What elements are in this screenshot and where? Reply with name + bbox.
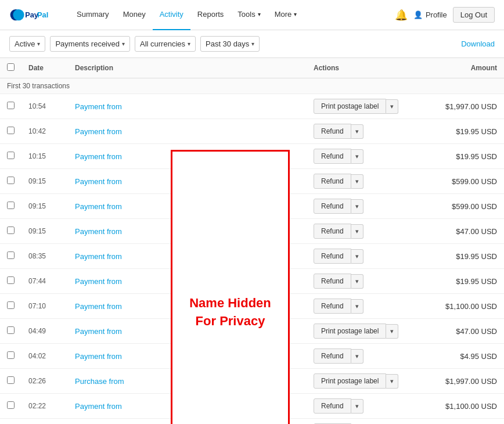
table-header-row: Date Description Actions Amount xyxy=(0,58,504,78)
row-checkbox[interactable] xyxy=(7,376,15,384)
refund-button[interactable]: Refund xyxy=(314,299,351,314)
action-dropdown-button[interactable]: ▾ xyxy=(351,124,363,139)
description-cell: Payment from xyxy=(68,394,307,419)
status-filter[interactable]: Active ▾ xyxy=(9,36,45,52)
action-dropdown-button[interactable]: ▾ xyxy=(351,249,363,264)
description-link[interactable]: Payment from xyxy=(75,302,122,311)
description-link[interactable]: Payment from xyxy=(75,102,122,111)
header: Pay Pal Summary Money Activity Reports T… xyxy=(0,0,504,30)
row-checkbox[interactable] xyxy=(7,351,15,359)
actions-col-header: Actions xyxy=(307,58,423,78)
date-cell: 10:54 xyxy=(21,94,68,119)
table-row: 09:15Payment fromRefund▾$47.00 USD xyxy=(0,219,504,244)
action-dropdown-button[interactable]: ▾ xyxy=(351,399,363,414)
date-cell: 02:26 xyxy=(21,369,68,394)
description-link[interactable]: Payment from xyxy=(75,327,122,336)
table-row: 02:26Purchase fromPrint postage label▾$1… xyxy=(0,369,504,394)
row-checkbox[interactable] xyxy=(7,152,15,159)
row-checkbox[interactable] xyxy=(7,227,15,234)
nav-activity[interactable]: Activity xyxy=(153,0,190,30)
date-cell: 09:15 xyxy=(21,169,68,194)
action-dropdown-button[interactable]: ▾ xyxy=(351,224,363,239)
amount-cell: $1,997.00 USD xyxy=(423,94,504,119)
date-cell: 07:44 xyxy=(21,269,68,294)
action-dropdown-button[interactable]: ▾ xyxy=(351,299,363,314)
amount-cell: $1,100.00 USD xyxy=(423,294,504,319)
action-dropdown-button[interactable]: ▾ xyxy=(351,149,363,164)
amount-cell: $599.00 USD xyxy=(423,194,504,219)
description-link[interactable]: Payment from xyxy=(75,152,122,161)
notification-icon[interactable]: 🔔 xyxy=(395,9,408,21)
action-dropdown-button[interactable]: ▾ xyxy=(351,349,363,364)
nav-more[interactable]: More▾ xyxy=(268,0,304,30)
currency-filter[interactable]: All currencies ▾ xyxy=(135,36,196,52)
action-dropdown-button[interactable]: ▾ xyxy=(351,199,363,214)
action-dropdown-button[interactable]: ▾ xyxy=(351,274,363,289)
action-dropdown-button[interactable]: ▾ xyxy=(386,374,398,389)
description-link[interactable]: Payment from xyxy=(75,202,122,211)
description-link[interactable]: Payment from xyxy=(75,252,122,261)
description-link[interactable]: Payment from xyxy=(75,227,122,236)
nav-tools[interactable]: Tools▾ xyxy=(231,0,267,30)
print-postage-button[interactable]: Print postage label xyxy=(314,324,386,339)
description-cell: Payment from xyxy=(68,219,307,244)
refund-button[interactable]: Refund xyxy=(314,149,351,164)
svg-text:Pal: Pal xyxy=(37,10,48,19)
period-filter[interactable]: Past 30 days ▾ xyxy=(200,36,260,52)
nav-money[interactable]: Money xyxy=(116,0,153,30)
refund-button[interactable]: Refund xyxy=(314,348,351,364)
refund-button[interactable]: Refund xyxy=(314,199,351,214)
amount-cell: $19.95 USD xyxy=(423,119,504,144)
profile-button[interactable]: 👤 Profile xyxy=(413,10,447,19)
refund-button[interactable]: Refund xyxy=(314,174,351,189)
table-row: 10:42Payment fromRefund▾$19.95 USD xyxy=(0,119,504,144)
description-link[interactable]: Payment from xyxy=(75,402,122,411)
amount-cell: $19.95 USD xyxy=(423,244,504,269)
refund-button[interactable]: Refund xyxy=(314,124,351,139)
date-cell: 02:22 xyxy=(21,394,68,419)
row-checkbox[interactable] xyxy=(7,202,15,209)
currency-chevron-icon: ▾ xyxy=(188,41,190,47)
date-cell: 08:35 xyxy=(21,244,68,269)
description-link[interactable]: Payment from xyxy=(75,127,122,136)
amount-cell: $4.95 USD xyxy=(423,344,504,369)
row-checkbox[interactable] xyxy=(7,127,15,134)
row-checkbox[interactable] xyxy=(7,251,15,259)
row-checkbox[interactable] xyxy=(7,276,15,284)
amount-cell: $19.95 USD xyxy=(423,269,504,294)
table-row: 09:15Payment fromRefund▾$599.00 USD xyxy=(0,169,504,194)
action-dropdown-button[interactable]: ▾ xyxy=(386,99,398,114)
refund-button[interactable]: Refund xyxy=(314,224,351,239)
refund-button[interactable]: Refund xyxy=(314,398,351,414)
logo: Pay Pal xyxy=(9,7,56,23)
nav-reports[interactable]: Reports xyxy=(190,0,231,30)
row-checkbox[interactable] xyxy=(7,102,15,109)
action-cell: Refund▾ xyxy=(307,419,423,425)
action-dropdown-button[interactable]: ▾ xyxy=(351,174,363,189)
description-link[interactable]: Payment from xyxy=(75,352,122,361)
description-cell: Payment from xyxy=(68,419,307,425)
nav-summary[interactable]: Summary xyxy=(70,0,116,30)
first-row-label: First 30 transactions xyxy=(0,78,504,94)
date-cell: 09:15 xyxy=(21,219,68,244)
print-postage-button[interactable]: Print postage label xyxy=(314,99,386,114)
description-link[interactable]: Purchase from xyxy=(75,377,124,386)
logout-button[interactable]: Log Out xyxy=(453,7,495,23)
refund-button[interactable]: Refund xyxy=(314,249,351,264)
print-postage-button[interactable]: Print postage label xyxy=(314,373,386,389)
desc-col-header: Description xyxy=(68,58,307,78)
description-cell: Payment from xyxy=(68,244,307,269)
date-cell: 09:15 xyxy=(21,194,68,219)
download-link[interactable]: Download xyxy=(461,39,495,48)
action-dropdown-button[interactable]: ▾ xyxy=(386,324,398,339)
description-link[interactable]: Payment from xyxy=(75,177,122,186)
row-checkbox[interactable] xyxy=(7,326,15,334)
type-filter[interactable]: Payments received ▾ xyxy=(50,36,130,52)
date-cell: 04:02 xyxy=(21,344,68,369)
row-checkbox[interactable] xyxy=(7,301,15,309)
row-checkbox[interactable] xyxy=(7,401,15,409)
select-all-checkbox[interactable] xyxy=(7,63,15,71)
description-link[interactable]: Payment from xyxy=(75,277,122,286)
refund-button[interactable]: Refund xyxy=(314,274,351,289)
row-checkbox[interactable] xyxy=(7,177,15,184)
